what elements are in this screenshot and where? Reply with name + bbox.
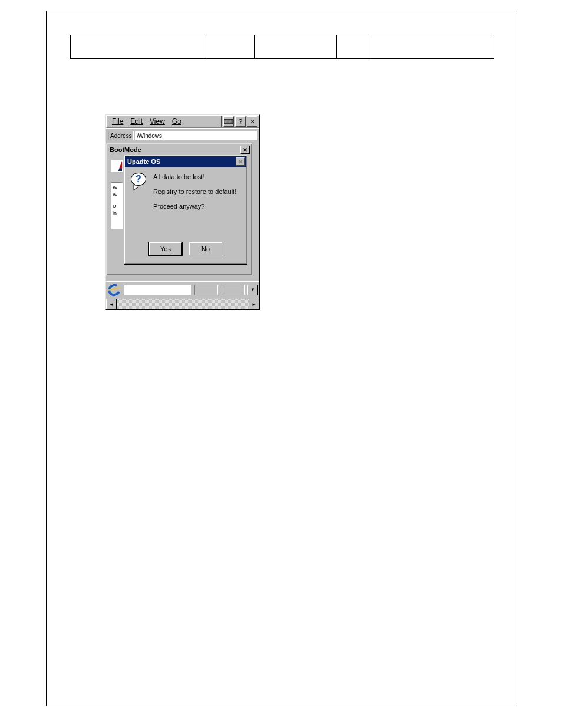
yes-button[interactable]: Yes bbox=[149, 242, 182, 255]
menubar: File Edit View Go bbox=[107, 116, 222, 127]
address-bar: Address \Windows bbox=[106, 128, 259, 143]
menu-file[interactable]: File bbox=[108, 116, 127, 127]
updateos-dialog: Upadte OS ✕ ? bbox=[124, 155, 247, 265]
bootmode-close-button[interactable]: ✕ bbox=[240, 146, 250, 154]
help-button[interactable]: ? bbox=[235, 116, 246, 127]
header-table bbox=[70, 35, 494, 59]
explorer-window: File Edit View Go ⌨ ? ✕ Address \Windows… bbox=[105, 114, 260, 310]
address-input[interactable]: \Windows bbox=[135, 131, 257, 140]
close-button[interactable]: ✕ bbox=[247, 116, 257, 127]
status-cell-2 bbox=[194, 285, 218, 295]
menu-go[interactable]: Go bbox=[168, 116, 185, 127]
status-cell-3 bbox=[222, 285, 245, 295]
bootmode-titlebar: BootMode ✕ bbox=[107, 144, 251, 155]
updateos-title: Upadte OS bbox=[126, 158, 160, 165]
scroll-down-button[interactable]: ▼ bbox=[247, 285, 258, 295]
horizontal-scrollbar: ◄ ► bbox=[106, 299, 259, 309]
page-border: File Edit View Go ⌨ ? ✕ Address \Windows… bbox=[46, 11, 517, 706]
address-label: Address bbox=[108, 131, 134, 140]
menu-view[interactable]: View bbox=[146, 116, 168, 127]
taskbar-strip: ▼ bbox=[106, 281, 259, 298]
menubar-right: ⌨ ? ✕ bbox=[222, 116, 259, 127]
no-button[interactable]: No bbox=[189, 242, 222, 255]
bootmode-app-icon bbox=[111, 160, 123, 172]
bootmode-textbox: W W U in bbox=[111, 182, 123, 229]
updateos-message: All data to be lost! Registry to restore… bbox=[153, 173, 236, 217]
updateos-close-button: ✕ bbox=[236, 157, 245, 166]
bootmode-window: BootMode ✕ W W U in bbox=[106, 143, 252, 275]
bootmode-title: BootMode bbox=[108, 146, 141, 153]
menubar-row: File Edit View Go ⌨ ? ✕ bbox=[106, 115, 259, 128]
ie-icon[interactable] bbox=[107, 284, 121, 297]
menu-edit[interactable]: Edit bbox=[127, 116, 146, 127]
scroll-right-button[interactable]: ► bbox=[249, 299, 259, 309]
keyboard-icon[interactable]: ⌨ bbox=[223, 116, 234, 127]
scroll-track[interactable] bbox=[117, 299, 249, 309]
scroll-left-button[interactable]: ◄ bbox=[106, 299, 117, 309]
question-icon: ? bbox=[131, 173, 147, 189]
updateos-titlebar: Upadte OS ✕ bbox=[125, 156, 246, 167]
status-cell-1 bbox=[124, 285, 191, 295]
